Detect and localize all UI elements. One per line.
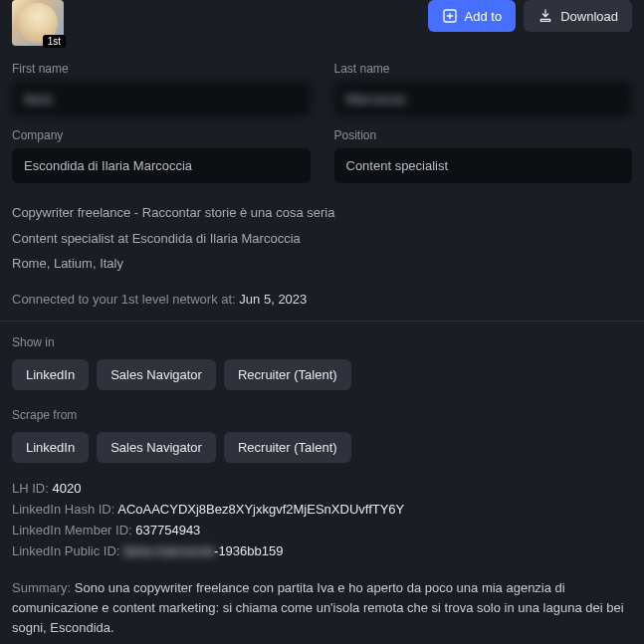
linkedin-member-id: LinkedIn Member ID: 637754943 bbox=[12, 523, 632, 537]
download-icon bbox=[537, 8, 553, 24]
first-name-label: First name bbox=[12, 62, 311, 76]
location: Rome, Latium, Italy bbox=[12, 254, 632, 274]
scrape-from-row: LinkedIn Sales Navigator Recruiter (Tale… bbox=[12, 432, 632, 463]
summary-label: Summary: bbox=[12, 580, 75, 595]
role-line: Content specialist at Escondida di Ilari… bbox=[12, 229, 632, 249]
show-in-row: LinkedIn Sales Navigator Recruiter (Tale… bbox=[12, 359, 632, 390]
download-label: Download bbox=[560, 9, 618, 24]
company-label: Company bbox=[12, 128, 311, 142]
linkedin-hash-id: LinkedIn Hash ID: ACoAACYDXj8Bez8XYjxkgv… bbox=[12, 502, 632, 517]
last-name-label: Last name bbox=[334, 62, 633, 76]
last-name-input[interactable] bbox=[334, 82, 633, 116]
scrape-from-linkedin[interactable]: LinkedIn bbox=[12, 432, 89, 463]
tagline: Copywriter freelance - Raccontar storie … bbox=[12, 203, 632, 223]
download-button[interactable]: Download bbox=[524, 0, 632, 32]
scrape-from-label: Scrape from bbox=[12, 408, 632, 422]
first-name-input[interactable] bbox=[12, 82, 311, 116]
show-in-label: Show in bbox=[12, 335, 632, 349]
scrape-from-sales-navigator[interactable]: Sales Navigator bbox=[97, 432, 216, 463]
company-input[interactable] bbox=[12, 148, 311, 183]
summary-text: Sono una copywriter freelance con partit… bbox=[12, 580, 624, 635]
add-to-label: Add to bbox=[465, 9, 503, 24]
divider bbox=[0, 321, 644, 322]
connected-date: Jun 5, 2023 bbox=[239, 292, 307, 307]
add-to-icon bbox=[442, 8, 458, 24]
linkedin-public-id: LinkedIn Public ID: ilaria-marcoccia-193… bbox=[12, 543, 632, 558]
show-in-recruiter[interactable]: Recruiter (Talent) bbox=[224, 359, 351, 390]
avatar[interactable]: 1st bbox=[12, 0, 64, 46]
position-input[interactable] bbox=[334, 148, 633, 183]
show-in-sales-navigator[interactable]: Sales Navigator bbox=[97, 359, 216, 390]
show-in-linkedin[interactable]: LinkedIn bbox=[12, 359, 89, 390]
add-to-button[interactable]: Add to bbox=[428, 0, 517, 32]
scrape-from-recruiter[interactable]: Recruiter (Talent) bbox=[224, 432, 351, 463]
connected-line: Connected to your 1st level network at: … bbox=[12, 292, 632, 307]
summary: Summary: Sono una copywriter freelance c… bbox=[12, 578, 632, 645]
connection-badge: 1st bbox=[43, 35, 66, 48]
position-label: Position bbox=[334, 128, 633, 142]
connected-label: Connected to your 1st level network at: bbox=[12, 292, 239, 307]
lh-id: LH ID: 4020 bbox=[12, 481, 632, 496]
